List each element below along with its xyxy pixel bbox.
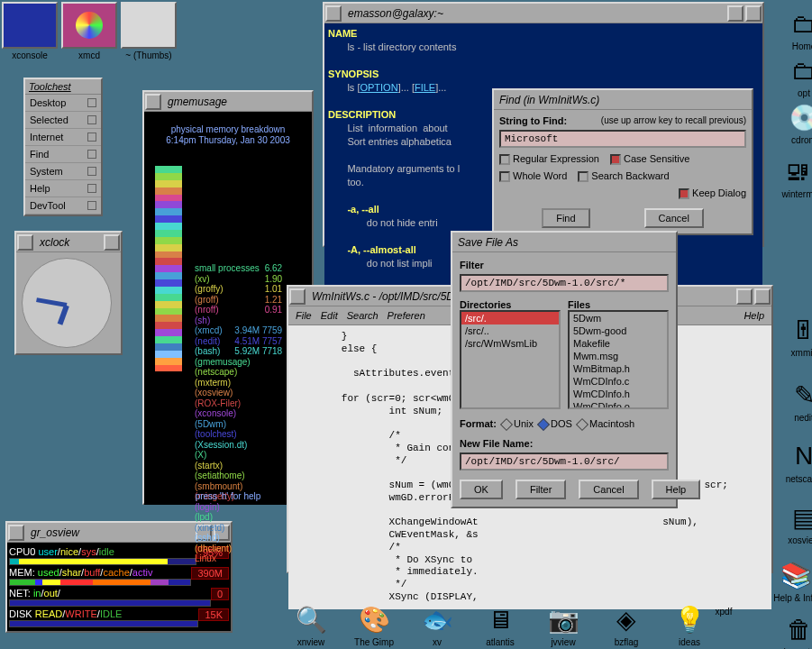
winterm-icon: 🖳 <box>775 155 812 187</box>
proc-item: (sshd) <box>195 533 282 544</box>
thumb-label: xconsole <box>2 50 58 60</box>
maximize-icon[interactable] <box>754 288 771 305</box>
files-label: Files <box>568 299 669 310</box>
file-item[interactable]: WmCDInfo.c <box>570 375 667 388</box>
cancel-button[interactable]: Cancel <box>579 480 638 499</box>
proc-item: (X) <box>195 450 282 461</box>
menu-icon[interactable] <box>325 5 342 22</box>
dock-jrview[interactable]: 📷 jvview <box>541 603 586 647</box>
thumb-xconsole[interactable]: xconsole <box>2 2 58 60</box>
whole-checkbox[interactable]: Whole Word <box>499 170 567 182</box>
menu-icon[interactable] <box>17 234 33 251</box>
file-item[interactable]: 5Dwm <box>570 312 667 324</box>
proc-item: (groffy) 1.01 <box>195 284 282 295</box>
minimize-icon[interactable] <box>736 288 753 305</box>
format-mac[interactable]: Macintosh <box>575 418 634 429</box>
dir-item[interactable]: /src/. <box>461 312 559 324</box>
clock-face <box>22 258 112 348</box>
ok-button[interactable]: OK <box>460 480 503 499</box>
dirs-label: Directories <box>460 299 561 310</box>
format-dos[interactable]: DOS <box>536 418 572 429</box>
deskicon-label: winterm <box>775 189 812 199</box>
maximize-icon[interactable] <box>745 5 762 22</box>
proc-item: (login) <box>195 502 282 513</box>
regex-checkbox[interactable]: Regular Expression <box>499 153 599 165</box>
minimize-icon[interactable] <box>727 5 744 22</box>
newname-input[interactable] <box>460 452 669 471</box>
dock-gimp[interactable]: 🎨 The Gimp <box>351 603 397 647</box>
toolchest-item-selected[interactable]: Selected <box>25 112 101 129</box>
deskicon-home[interactable]: 🗀 Home <box>781 7 812 51</box>
dir-item[interactable]: /src/WmWsmLib <box>461 337 559 350</box>
deskicon-xosview[interactable]: ▤ xosview <box>781 501 812 545</box>
thumb-thumbs[interactable]: ~ (Thumbs) <box>121 2 177 60</box>
menu-search[interactable]: Search <box>347 310 379 321</box>
file-item[interactable]: WmBitmap.h <box>570 362 667 375</box>
gmem-header: physical memory breakdown <box>144 124 312 134</box>
menu-file[interactable]: File <box>296 310 312 321</box>
case-checkbox[interactable]: Case Sensitive <box>610 153 689 165</box>
submenu-icon <box>87 115 96 124</box>
keep-checkbox[interactable]: Keep Dialog <box>679 187 746 199</box>
toolchest-item-help[interactable]: Help <box>25 180 101 197</box>
find-input[interactable] <box>499 130 746 148</box>
menu-edit[interactable]: Edit <box>321 310 338 321</box>
dock-bzflag[interactable]: ◈ bzflag <box>604 603 649 647</box>
proc-item: (xosview) <box>195 388 282 398</box>
deskicon-helpinfo[interactable]: 📚 Help & Info <box>773 559 812 603</box>
dock-xv[interactable]: 🐟 xv <box>415 603 460 647</box>
dock-label: The Gimp <box>351 637 397 647</box>
netscape-icon: N <box>781 440 812 472</box>
filter-button[interactable]: Filter <box>515 480 566 499</box>
proc-item: (dhclient) <box>195 544 282 554</box>
deskicon-label: Help & Info <box>773 593 812 603</box>
cdrom-icon: 💿 <box>781 101 812 133</box>
file-item[interactable]: Mwm.msg <box>570 350 667 362</box>
deskicon-winterm[interactable]: 🖳 winterm <box>775 155 812 199</box>
proc-item: (Xsession.dt) <box>195 440 282 451</box>
find-button[interactable]: Find <box>542 208 589 228</box>
deskicon-dumpster[interactable]: 🗑 dumpster <box>777 613 812 649</box>
proc-item: (mxterm) <box>195 378 282 388</box>
menu-icon[interactable] <box>289 288 306 305</box>
toolchest-item-system[interactable]: System <box>25 163 101 180</box>
format-label: Format: <box>460 418 497 429</box>
submenu-icon <box>87 133 96 142</box>
deskicon-opt[interactable]: 🗀 opt <box>781 54 812 98</box>
dock-atlantis[interactable]: 🖥 atlantis <box>478 603 523 647</box>
toolchest-item-desktop[interactable]: Desktop <box>25 95 101 112</box>
dir-item[interactable]: /src/.. <box>461 324 559 337</box>
menu-icon[interactable] <box>8 525 24 541</box>
help-button[interactable]: Help <box>652 480 701 499</box>
cancel-button[interactable]: Cancel <box>644 208 704 228</box>
toolchest-item-devtool[interactable]: DevTool <box>25 197 101 215</box>
file-item[interactable]: WmCDInfo.h <box>570 388 667 400</box>
deskicon-cdrom[interactable]: 💿 cdrom <box>781 101 812 145</box>
dock-ideas[interactable]: 💡 ideas <box>667 603 712 647</box>
file-item[interactable]: WmCDInfo.o <box>570 400 667 409</box>
thumb-label: ~ (Thumbs) <box>121 50 177 60</box>
toolchest-item-find[interactable]: Find <box>25 146 101 163</box>
deskicon-netscape[interactable]: N netscape <box>781 440 812 484</box>
file-item[interactable]: 5Dwm-good <box>570 324 667 337</box>
toolchest-item-internet[interactable]: Internet <box>25 129 101 146</box>
file-list[interactable]: 5Dwm5Dwm-goodMakefileMwm.msgWmBitmap.hWm… <box>568 310 669 409</box>
saveas-title: Save File As <box>452 236 676 249</box>
format-unix[interactable]: Unix <box>499 418 534 429</box>
xnview-icon: 🔍 <box>288 603 333 635</box>
dumpster-icon: 🗑 <box>777 613 812 645</box>
home-icon: 🗀 <box>781 7 812 40</box>
filter-input[interactable] <box>460 274 669 292</box>
menu-icon[interactable] <box>145 94 161 110</box>
dock-xnview[interactable]: 🔍 xnview <box>288 603 333 647</box>
thumb-xmcd[interactable]: xmcd <box>61 2 117 60</box>
menu-help[interactable]: Help <box>744 310 764 321</box>
dir-list[interactable]: /src/./src/../src/WmWsmLib <box>460 310 561 409</box>
menu-prefs[interactable]: Preferen <box>388 310 425 321</box>
backward-checkbox[interactable]: Search Backward <box>578 170 669 182</box>
deskicon-nedit[interactable]: ✎ nedit <box>781 379 812 423</box>
deskicon-xmmix[interactable]: 🎚 xmmix <box>781 314 812 358</box>
file-item[interactable]: Makefile <box>570 337 667 350</box>
minimize-icon[interactable] <box>104 234 120 251</box>
proc-item: Linux <box>195 553 282 564</box>
